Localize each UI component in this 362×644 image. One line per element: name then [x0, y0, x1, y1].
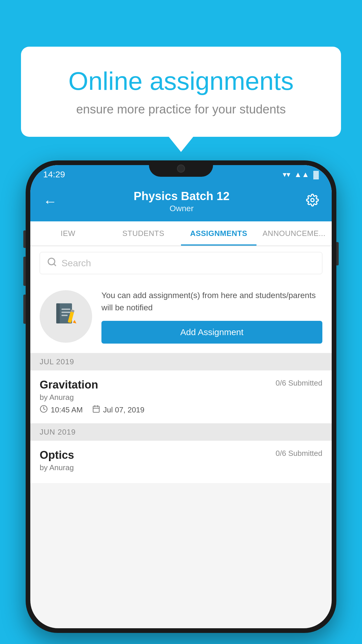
search-placeholder: Search — [61, 258, 91, 269]
phone-screen: 14:29 ▾▾ ▲▲ ▓ ← Physics Batch 12 Owner — [30, 165, 332, 628]
front-camera — [177, 164, 185, 173]
notebook-icon — [53, 301, 79, 332]
assignment-date: Jul 07, 2019 — [92, 405, 145, 415]
header-title: Physics Batch 12 — [133, 190, 229, 203]
section-header-jun-2019: JUN 2019 — [30, 424, 332, 441]
volume-down-button — [23, 295, 26, 324]
optics-submitted: 0/6 Submitted — [276, 449, 322, 458]
svg-rect-12 — [93, 406, 99, 412]
status-time: 14:29 — [43, 169, 65, 179]
assignment-item-gravitation[interactable]: Gravitation 0/6 Submitted by Anurag 10:4… — [30, 370, 332, 424]
assignment-icon-circle — [40, 290, 92, 343]
search-container: Search — [30, 246, 332, 280]
phone-wrapper: 14:29 ▾▾ ▲▲ ▓ ← Physics Batch 12 Owner — [26, 160, 336, 633]
header-subtitle: Owner — [133, 204, 229, 213]
svg-rect-4 — [56, 303, 60, 323]
tab-announcements[interactable]: ANNOUNCEME... — [256, 221, 332, 246]
signal-icon: ▲▲ — [294, 170, 309, 179]
header-center: Physics Batch 12 Owner — [133, 190, 229, 213]
phone-outer: 14:29 ▾▾ ▲▲ ▓ ← Physics Batch 12 Owner — [26, 160, 336, 633]
status-icons: ▾▾ ▲▲ ▓ — [283, 170, 319, 179]
assignment-meta: 10:45 AM Jul 07, 2019 — [40, 405, 322, 415]
back-button[interactable]: ← — [43, 193, 57, 209]
assignment-name: Gravitation — [40, 379, 98, 391]
assignment-info-text: You can add assignment(s) from here and … — [101, 289, 322, 314]
search-input-wrapper[interactable]: Search — [40, 252, 322, 274]
svg-rect-5 — [61, 309, 70, 310]
speech-bubble: Online assignments ensure more practice … — [21, 47, 341, 137]
settings-icon[interactable] — [306, 194, 319, 209]
date-value: Jul 07, 2019 — [103, 405, 145, 414]
assignment-item-optics[interactable]: Optics 0/6 Submitted by Anurag — [30, 441, 332, 484]
bubble-title: Online assignments — [44, 67, 318, 95]
calendar-icon — [92, 405, 100, 415]
search-icon — [47, 257, 57, 269]
volume-silent-button — [23, 230, 26, 248]
assignment-by: by Anurag — [40, 393, 322, 402]
tab-students[interactable]: STUDENTS — [106, 221, 181, 246]
time-value: 10:45 AM — [51, 405, 83, 414]
power-button — [336, 242, 339, 265]
add-assignment-section: You can add assignment(s) from here and … — [30, 280, 332, 353]
clock-icon — [40, 405, 48, 415]
svg-marker-9 — [73, 320, 76, 323]
volume-up-button — [23, 257, 26, 286]
battery-icon: ▓ — [313, 170, 319, 179]
add-assignment-button[interactable]: Add Assignment — [101, 321, 322, 344]
assignment-submitted: 0/6 Submitted — [276, 379, 322, 388]
assignment-info: You can add assignment(s) from here and … — [101, 289, 322, 344]
app-header: ← Physics Batch 12 Owner — [30, 184, 332, 221]
tab-iew[interactable]: IEW — [30, 221, 106, 246]
assignment-item-top: Gravitation 0/6 Submitted — [40, 379, 322, 391]
speech-bubble-container: Online assignments ensure more practice … — [21, 47, 341, 137]
optics-name: Optics — [40, 449, 74, 461]
wifi-icon: ▾▾ — [283, 170, 290, 179]
assignment-time: 10:45 AM — [40, 405, 83, 415]
tab-assignments[interactable]: ASSIGNMENTS — [181, 221, 256, 246]
svg-rect-6 — [61, 312, 70, 313]
svg-rect-7 — [61, 315, 68, 316]
section-header-jul-2019: JUL 2019 — [30, 353, 332, 370]
bubble-subtitle: ensure more practice for your students — [44, 102, 318, 116]
tabs-bar: IEW STUDENTS ASSIGNMENTS ANNOUNCEME... — [30, 221, 332, 246]
optics-by: by Anurag — [40, 463, 322, 472]
optics-item-top: Optics 0/6 Submitted — [40, 449, 322, 461]
svg-line-2 — [54, 264, 56, 266]
svg-point-0 — [311, 198, 314, 202]
phone-notch — [149, 160, 213, 177]
